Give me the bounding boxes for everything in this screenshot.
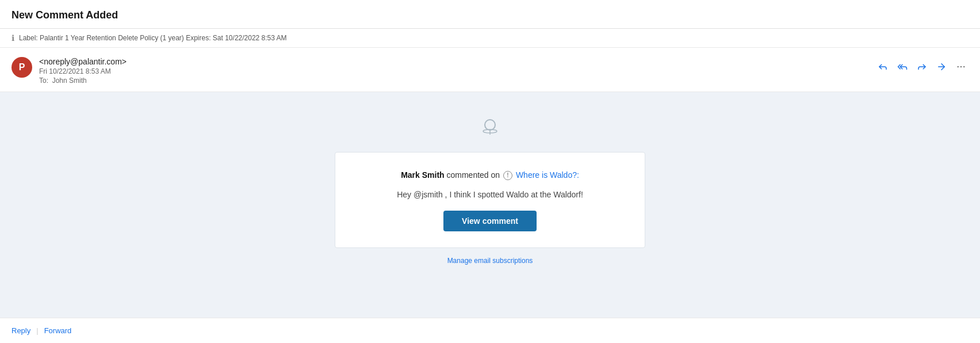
manage-subscriptions-link[interactable]: Manage email subscriptions: [447, 257, 533, 265]
palantir-logo: [478, 115, 502, 140]
sender-section: P <noreply@palantir.com> Fri 10/22/2021 …: [12, 57, 127, 85]
commented-on-label: commented on: [447, 170, 500, 180]
label-bar: ℹ Label: Palantir 1 Year Retention Delet…: [0, 29, 980, 48]
comment-card: Mark Smith commented on ! Where is Waldo…: [335, 152, 645, 248]
forward-button[interactable]: [914, 59, 929, 74]
avatar: P: [12, 57, 32, 78]
comment-description: Mark Smith commented on ! Where is Waldo…: [401, 169, 579, 181]
sender-info: <noreply@palantir.com> Fri 10/22/2021 8:…: [39, 57, 127, 85]
manage-link-container: Manage email subscriptions: [447, 255, 533, 265]
email-header: P <noreply@palantir.com> Fri 10/22/2021 …: [0, 48, 980, 92]
email-container: New Comment Added ℹ Label: Palantir 1 Ye…: [0, 0, 980, 343]
sender-to: To: John Smith: [39, 77, 127, 85]
issue-icon-badge: !: [503, 171, 512, 180]
view-comment-button[interactable]: View comment: [443, 211, 537, 231]
to-label: To:: [39, 77, 48, 85]
reply-button[interactable]: [875, 59, 890, 74]
reply-all-button[interactable]: [895, 59, 910, 74]
svg-point-2: [960, 66, 962, 67]
sender-date: Fri 10/22/2021 8:53 AM: [39, 67, 127, 75]
comment-body: Hey @jsmith , I think I spotted Waldo at…: [397, 188, 583, 201]
reply-footer-button[interactable]: Reply: [12, 326, 30, 335]
email-title: New Comment Added: [12, 9, 968, 21]
svg-point-1: [958, 66, 959, 67]
email-footer: Reply | Forward: [0, 318, 980, 343]
sender-email: <noreply@palantir.com>: [39, 57, 127, 66]
svg-point-3: [963, 66, 964, 67]
svg-point-4: [485, 120, 495, 130]
info-icon: ℹ: [12, 33, 14, 43]
email-actions: [875, 57, 968, 74]
to-name: John Smith: [52, 77, 87, 85]
email-title-bar: New Comment Added: [0, 0, 980, 29]
commenter-name: Mark Smith: [401, 170, 444, 180]
footer-divider: |: [36, 326, 38, 335]
email-body: Mark Smith commented on ! Where is Waldo…: [0, 92, 980, 318]
more-button[interactable]: [954, 59, 968, 74]
issue-link[interactable]: Where is Waldo?:: [516, 170, 579, 180]
label-text: Label: Palantir 1 Year Retention Delete …: [19, 34, 287, 42]
next-button[interactable]: [934, 59, 949, 74]
forward-footer-button[interactable]: Forward: [44, 326, 72, 335]
